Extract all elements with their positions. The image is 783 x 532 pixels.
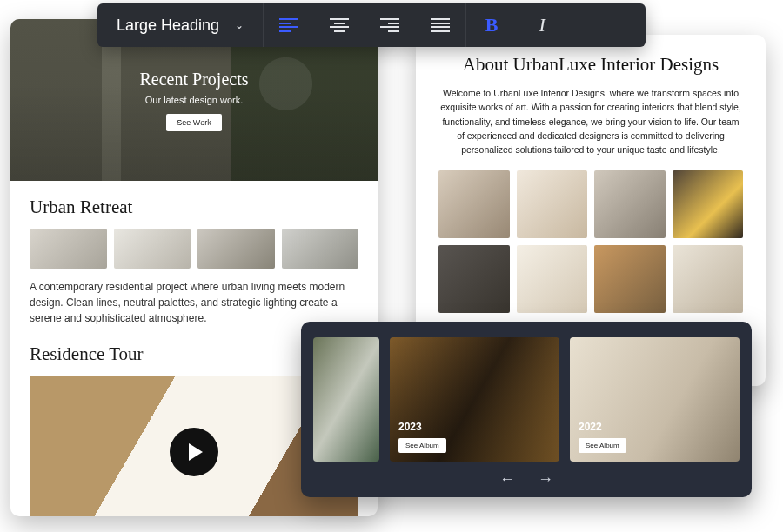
chevron-down-icon: ⌄: [235, 19, 244, 31]
style-group: B I: [466, 3, 567, 47]
slide-year: 2023: [398, 421, 551, 433]
grid-image[interactable]: [517, 170, 588, 238]
bold-button[interactable]: B: [466, 3, 517, 47]
thumbnail[interactable]: [197, 229, 275, 269]
section-description: A contemporary residential project where…: [30, 279, 358, 326]
align-justify-button[interactable]: [415, 3, 465, 47]
heading-style-dropdown[interactable]: Large Heading ⌄: [97, 3, 263, 47]
see-album-button[interactable]: See Album: [579, 438, 626, 453]
italic-icon: I: [539, 14, 545, 37]
grid-image[interactable]: [673, 245, 744, 313]
thumbnail[interactable]: [114, 229, 191, 269]
thumbnail[interactable]: [30, 229, 107, 269]
grid-image[interactable]: [438, 245, 510, 313]
hero-subtitle: Our latest design work.: [145, 95, 244, 105]
about-title: About UrbanLuxe Interior Designs: [438, 54, 743, 76]
grid-image[interactable]: [594, 170, 666, 238]
carousel-slide-partial[interactable]: [313, 337, 379, 462]
slide-year: 2022: [579, 421, 731, 433]
align-right-button[interactable]: [365, 3, 415, 47]
carousel-nav: ← →: [313, 470, 740, 489]
about-text: Welcome to UrbanLuxe Interior Designs, w…: [438, 86, 743, 156]
align-center-icon: [330, 18, 349, 32]
grid-image[interactable]: [594, 245, 666, 313]
album-carousel: 2023 See Album 2022 See Album ← →: [301, 322, 752, 497]
dropdown-label: Large Heading: [117, 17, 219, 35]
grid-image[interactable]: [438, 170, 510, 238]
align-right-icon: [380, 18, 399, 32]
carousel-prev-button[interactable]: ←: [499, 470, 515, 489]
section-title-urban-retreat: Urban Retreat: [30, 196, 358, 218]
align-left-icon: [279, 18, 298, 32]
image-grid: [438, 170, 743, 312]
play-button[interactable]: [170, 428, 218, 476]
format-toolbar: Large Heading ⌄ B I: [97, 3, 646, 47]
see-work-button[interactable]: See Work: [166, 114, 221, 131]
italic-button[interactable]: I: [517, 3, 567, 47]
align-left-button[interactable]: [264, 3, 314, 47]
align-center-button[interactable]: [314, 3, 365, 47]
carousel-slide[interactable]: 2022 See Album: [570, 337, 740, 462]
carousel-slide[interactable]: 2023 See Album: [390, 337, 559, 462]
carousel-next-button[interactable]: →: [538, 470, 553, 489]
alignment-group: [264, 3, 465, 47]
thumbnail[interactable]: [282, 229, 359, 269]
hero-title: Recent Projects: [140, 70, 249, 90]
align-justify-icon: [431, 18, 450, 32]
bold-icon: B: [485, 14, 499, 37]
thumbnail-row: [30, 229, 358, 269]
see-album-button[interactable]: See Album: [398, 438, 446, 453]
grid-image[interactable]: [673, 170, 744, 238]
grid-image[interactable]: [517, 245, 588, 313]
